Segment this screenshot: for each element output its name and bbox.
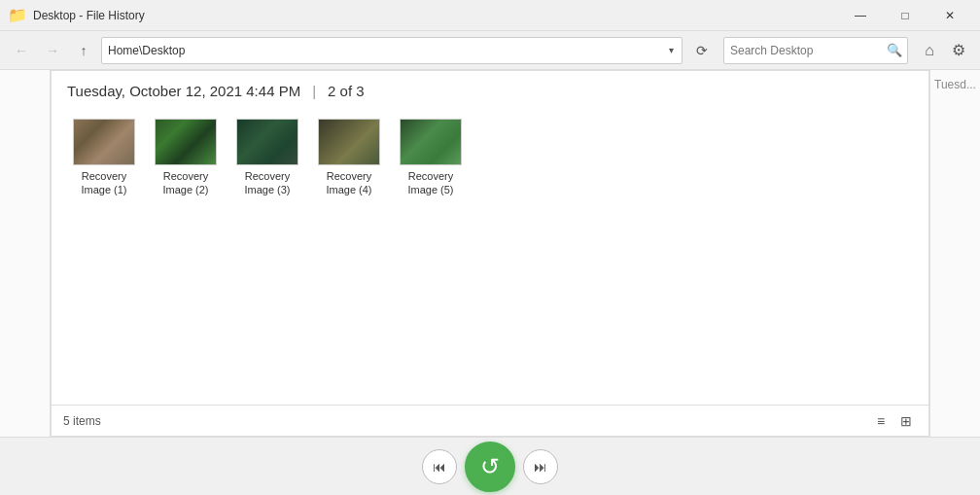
restore-icon: ↺ bbox=[480, 453, 500, 480]
title-bar-text: Desktop - File History bbox=[33, 9, 838, 22]
file-name: Recovery Image (4) bbox=[316, 169, 382, 197]
maximize-button[interactable]: □ bbox=[883, 0, 928, 31]
grid-view-button[interactable]: ⊞ bbox=[895, 410, 917, 432]
file-name: Recovery Image (1) bbox=[71, 169, 137, 197]
next-button[interactable]: ⏭ bbox=[523, 449, 558, 484]
playback-bar: ⏮ ↺ ⏭ bbox=[0, 437, 980, 495]
page-info: 2 of 3 bbox=[328, 83, 365, 99]
title-bar-icon: 📁 bbox=[8, 6, 27, 24]
toolbar-icons: ⌂ ⚙ bbox=[916, 37, 972, 64]
file-name: Recovery Image (5) bbox=[398, 169, 464, 197]
date-header: Tuesday, October 12, 2021 4:44 PM | 2 of… bbox=[52, 71, 928, 107]
search-bar: 🔍 bbox=[723, 37, 908, 64]
address-input[interactable] bbox=[102, 44, 660, 57]
file-thumbnail bbox=[400, 119, 462, 165]
list-item[interactable]: Recovery Image (5) bbox=[394, 115, 468, 201]
title-bar-controls: — □ ✕ bbox=[838, 0, 972, 31]
file-name: Recovery Image (2) bbox=[153, 169, 219, 197]
date-separator: | bbox=[312, 83, 316, 99]
prev-button[interactable]: ⏮ bbox=[422, 449, 457, 484]
file-name: Recovery Image (3) bbox=[234, 169, 300, 197]
search-button[interactable]: 🔍 bbox=[882, 38, 907, 63]
status-bar: 5 items ≡ ⊞ bbox=[52, 405, 928, 436]
address-dropdown-button[interactable]: ▾ bbox=[660, 38, 682, 63]
close-button[interactable]: ✕ bbox=[928, 0, 972, 31]
list-item[interactable]: Recovery Image (3) bbox=[230, 115, 304, 201]
file-thumbnail bbox=[318, 119, 380, 165]
view-controls: ≡ ⊞ bbox=[870, 410, 917, 432]
title-bar: 📁 Desktop - File History — □ ✕ bbox=[0, 0, 980, 31]
item-count: 5 items bbox=[63, 414, 101, 428]
refresh-button[interactable]: ⟳ bbox=[688, 37, 716, 64]
back-button[interactable]: ← bbox=[8, 37, 35, 64]
restore-button[interactable]: ↺ bbox=[465, 442, 515, 492]
right-date-partial: Tuesd... bbox=[930, 70, 980, 99]
date-text: Tuesday, October 12, 2021 4:44 PM bbox=[67, 83, 300, 99]
side-panel-left bbox=[0, 70, 51, 437]
list-view-button[interactable]: ≡ bbox=[870, 410, 892, 432]
search-input[interactable] bbox=[724, 44, 882, 57]
toolbar: ← → ↑ ▾ ⟳ 🔍 ⌂ ⚙ bbox=[0, 31, 980, 70]
forward-button[interactable]: → bbox=[39, 37, 66, 64]
up-button[interactable]: ↑ bbox=[70, 37, 97, 64]
minimize-button[interactable]: — bbox=[838, 0, 883, 31]
center-content: Tuesday, October 12, 2021 4:44 PM | 2 of… bbox=[51, 70, 929, 437]
file-grid: Recovery Image (1)Recovery Image (2)Reco… bbox=[52, 107, 928, 405]
home-button[interactable]: ⌂ bbox=[916, 37, 943, 64]
file-thumbnail bbox=[155, 119, 217, 165]
side-panel-right: Tuesd... bbox=[929, 70, 980, 437]
file-thumbnail bbox=[73, 119, 135, 165]
main-area: Tuesday, October 12, 2021 4:44 PM | 2 of… bbox=[0, 70, 980, 437]
list-item[interactable]: Recovery Image (2) bbox=[149, 115, 223, 201]
settings-button[interactable]: ⚙ bbox=[945, 37, 972, 64]
file-thumbnail bbox=[236, 119, 298, 165]
address-bar: ▾ bbox=[101, 37, 682, 64]
list-item[interactable]: Recovery Image (1) bbox=[67, 115, 141, 201]
list-item[interactable]: Recovery Image (4) bbox=[312, 115, 386, 201]
